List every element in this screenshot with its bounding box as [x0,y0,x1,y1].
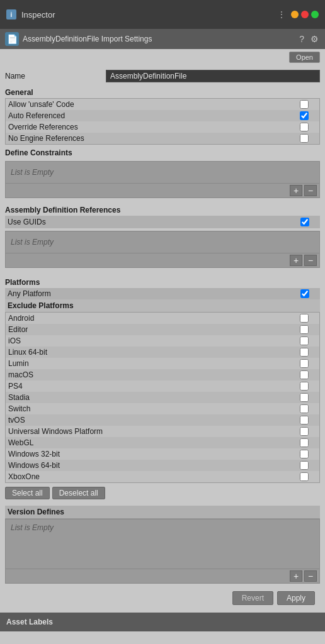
asset-labels-bar: Asset Labels [0,613,325,631]
help-icon-button[interactable]: ? [298,33,305,45]
auto-referenced-row: Auto Referenced [6,110,319,121]
name-input[interactable] [106,70,320,82]
ios-checkbox[interactable] [300,336,309,345]
deselect-all-button[interactable]: Deselect all [52,487,105,499]
platform-row-ios: iOS [6,335,319,347]
assembly-refs-header: Assembly Definition References [5,206,320,214]
no-engine-label: No Engine References [8,134,292,143]
maximize-dot[interactable] [311,11,319,18]
allow-unsafe-label: Allow 'unsafe' Code [8,100,292,109]
platform-row-xboxone: XboxOne [6,471,319,482]
use-guids-label: Use GUIDs [8,218,292,226]
use-guids-checkbox[interactable] [300,218,309,226]
uwp-label: Universal Windows Platform [8,427,292,436]
select-all-button[interactable]: Select all [5,487,50,499]
stadia-label: Stadia [8,393,292,402]
platforms-section: Platforms Any Platform Exclude Platforms… [5,274,320,503]
use-guids-checkbox-cell [292,218,317,226]
lumin-checkbox[interactable] [300,359,309,368]
linux64-label: Linux 64-bit [8,348,292,357]
auto-referenced-checkbox-cell [292,111,317,120]
define-constraints-add-button[interactable]: + [290,185,302,196]
any-platform-checkbox[interactable] [300,289,309,298]
win32-label: Windows 32-bit [8,450,292,458]
win64-checkbox[interactable] [300,461,309,470]
platform-row-uwp: Universal Windows Platform [6,426,319,437]
platform-row-tvos: tvOS [6,414,319,426]
switch-checkbox[interactable] [300,404,309,413]
assembly-refs-list: List is Empty [5,231,320,253]
override-references-label: Override References [8,123,292,131]
name-label: Name [5,72,106,80]
platform-row-editor: Editor [6,324,319,335]
uwp-checkbox[interactable] [300,427,309,436]
switch-label: Switch [8,404,292,413]
allow-unsafe-row: Allow 'unsafe' Code [6,99,319,110]
no-engine-checkbox[interactable] [300,134,309,143]
platform-row-linux64: Linux 64-bit [6,347,319,358]
xboxone-label: XboxOne [8,472,292,481]
override-references-checkbox-cell [292,123,317,131]
revert-apply-row: Revert Apply [5,587,320,609]
ios-label: iOS [8,336,292,345]
version-defines-section: Version Defines List is Empty + − [5,506,320,587]
win32-checkbox[interactable] [300,450,309,458]
android-checkbox[interactable] [300,314,309,323]
any-platform-row: Any Platform [5,288,320,299]
use-guids-row: Use GUIDs [5,216,320,228]
define-constraints-remove-button[interactable]: − [304,185,317,196]
platform-row-macos: macOS [6,369,319,380]
minimize-dot[interactable] [291,11,299,18]
stadia-checkbox[interactable] [300,393,309,402]
general-header: General [5,88,320,97]
version-defines-actions: + − [5,569,320,584]
platform-row-win64: Windows 64-bit [6,460,319,471]
open-button[interactable]: Open [289,52,320,63]
menu-icon[interactable]: ⋮ [277,9,286,19]
macos-checkbox[interactable] [300,370,309,379]
android-label: Android [8,314,292,323]
assembly-refs-actions: + − [5,253,320,268]
no-engine-row: No Engine References [6,133,319,144]
any-platform-checkbox-cell [292,289,317,298]
allow-unsafe-checkbox-cell [292,100,317,109]
no-engine-checkbox-cell [292,134,317,143]
tvos-checkbox[interactable] [300,416,309,425]
platform-list: Android Editor iOS Linux 64-bit Lumin [5,312,320,483]
close-dot[interactable] [301,11,309,18]
auto-referenced-label: Auto Referenced [8,111,292,120]
ps4-label: PS4 [8,382,292,391]
apply-button[interactable]: Apply [277,591,315,605]
settings-icon-button[interactable]: ⚙ [309,33,320,45]
sub-header-actions: ? ⚙ [298,33,320,45]
sub-header-title: AssemblyDefinitionFile Import Settings [23,35,294,43]
name-field-row: Name [5,68,320,84]
platform-row-lumin: Lumin [6,358,319,369]
override-references-row: Override References [6,121,319,133]
title-bar: i Inspector ⋮ [0,0,325,29]
define-constraints-header: Define Constraints [5,148,320,157]
content-area: Name General Allow 'unsafe' Code Auto Re… [0,64,325,613]
assembly-refs-remove-button[interactable]: − [304,255,317,266]
asset-labels-text: Asset Labels [6,618,53,626]
platform-row-android: Android [6,313,319,324]
version-defines-list: List is Empty [5,519,320,569]
platform-row-win32: Windows 32-bit [6,448,319,460]
allow-unsafe-checkbox[interactable] [300,100,309,109]
assembly-refs-add-button[interactable]: + [290,255,302,266]
sub-header: 📄 AssemblyDefinitionFile Import Settings… [0,29,325,49]
general-fields: Allow 'unsafe' Code Auto Referenced Over… [5,98,320,145]
xboxone-checkbox[interactable] [300,472,309,481]
webgl-label: WebGL [8,438,292,447]
editor-checkbox[interactable] [300,325,309,334]
platform-row-ps4: PS4 [6,380,319,392]
ps4-checkbox[interactable] [300,382,309,391]
linux64-checkbox[interactable] [300,348,309,357]
version-defines-add-button[interactable]: + [290,570,302,582]
version-defines-remove-button[interactable]: − [304,570,317,582]
webgl-checkbox[interactable] [300,438,309,447]
define-constraints-actions: + − [5,184,320,198]
revert-button[interactable]: Revert [232,591,273,605]
override-references-checkbox[interactable] [300,123,309,131]
auto-referenced-checkbox[interactable] [300,111,309,120]
